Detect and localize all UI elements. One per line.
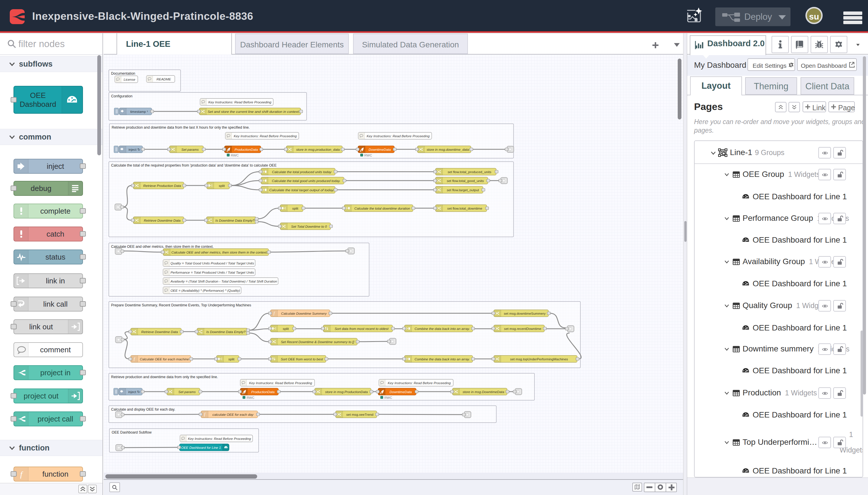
svg-text:Key Instructions: Read Before: Key Instructions: Read Before Proceeding	[367, 134, 430, 138]
svg-text:Calculate the total downtime d: Calculate the total downtime duration	[354, 206, 410, 210]
svg-text:Calculate the total produced u: Calculate the total produced units today	[272, 170, 331, 174]
svg-text:store in msg.ProductionData: store in msg.ProductionData	[325, 390, 368, 394]
svg-text:timestamp ¹: timestamp ¹	[130, 110, 148, 114]
svg-text:set flow.total_good_units: set flow.total_good_units	[447, 179, 484, 183]
svg-text:RWC: RWC	[384, 396, 392, 399]
svg-text:Combine the data back into an: Combine the data back into an array.	[415, 327, 470, 331]
svg-text:Performance = Total Produced U: Performance = Total Produced Units / Tot…	[171, 271, 254, 274]
svg-text:split: split	[283, 327, 289, 331]
svg-text:Calculate and display OEE for: Calculate and display OEE for each day.	[111, 407, 175, 411]
svg-text:split: split	[292, 206, 298, 210]
svg-text:Key Instructions: Read Before: Key Instructions: Read Before Proceeding	[388, 381, 451, 385]
svg-text:Configuration: Configuration	[111, 94, 132, 98]
svg-text:Set Total Downtime to 0: Set Total Downtime to 0	[291, 224, 327, 228]
svg-text:Retrieve Downtime Data: Retrieve Downtime Data	[141, 330, 178, 334]
svg-text:Calculate OEE and other metric: Calculate OEE and other metrics, then st…	[171, 250, 267, 254]
svg-text:Set params: Set params	[181, 148, 198, 152]
svg-text:Calculate the total target out: Calculate the total target output of tod…	[269, 188, 334, 192]
svg-text:store in msg.DowntimeData: store in msg.DowntimeData	[463, 390, 504, 394]
svg-text:Key Instructions: Read Before: Key Instructions: Read Before Proceeding	[208, 100, 272, 104]
svg-text:set msg.recentDowntime: set msg.recentDowntime	[504, 327, 541, 331]
svg-text:OEE Dashboard Subflow: OEE Dashboard Subflow	[112, 430, 152, 434]
svg-text:Set params: Set params	[178, 390, 195, 394]
svg-text:Calculate OEE for each machine: Calculate OEE for each machine	[140, 357, 189, 361]
svg-text:Set and store the current line: Set and store the current line and shift…	[208, 110, 300, 114]
svg-text:Retrieve Production Data: Retrieve Production Data	[143, 184, 181, 188]
svg-text:Sort OEE from worst to best: Sort OEE from worst to best	[281, 357, 323, 361]
svg-text:set msg.oeeTrend: set msg.oeeTrend	[346, 413, 374, 416]
svg-text:License: License	[124, 78, 136, 82]
svg-text:Calculate OEE and other metric: Calculate OEE and other metrics, then st…	[111, 245, 213, 249]
svg-text:Sort data from most recent to: Sort data from most recent to oldest	[335, 327, 389, 331]
svg-text:Combine the data back into an: Combine the data back into an array.	[415, 357, 470, 361]
svg-text:calculate OEE for each day: calculate OEE for each day	[212, 413, 254, 416]
svg-text:Documentation: Documentation	[111, 71, 135, 75]
svg-text:split: split	[228, 357, 235, 361]
svg-text:Is Downtime Data Empty?: Is Downtime Data Empty?	[206, 330, 246, 334]
svg-text:Calculate the total good units: Calculate the total good units produced …	[272, 179, 341, 183]
svg-text:Set Recent Downtime & Downtime: Set Recent Downtime & Downtime summery t…	[281, 340, 354, 344]
svg-text:ProductionData: ProductionData	[235, 148, 258, 152]
svg-text:README: README	[156, 77, 171, 81]
svg-text:set flow.target_output: set flow.target_output	[447, 188, 479, 192]
svg-text:Quality = Total Good Units Pro: Quality = Total Good Units Produced / To…	[171, 261, 254, 265]
svg-text:set msg.topUnderPerformingMach: set msg.topUnderPerformingMachines	[510, 357, 568, 361]
svg-text:Retrieve production and downti: Retrieve production and downtime data fr…	[112, 125, 250, 130]
svg-text:inject ↻: inject ↻	[128, 148, 140, 152]
svg-text:Key Instructions: Read Before: Key Instructions: Read Before Proceeding	[249, 381, 312, 385]
svg-text:OEE = (Availability) * (Perfor: OEE = (Availability) * (Performance) * (…	[171, 289, 240, 293]
svg-text:Retrieve Downtime Data: Retrieve Downtime Data	[144, 219, 180, 223]
svg-text:Prepare Downtime Summary, Rece: Prepare Downtime Summary, Recent Downtim…	[111, 303, 251, 307]
svg-text:store in msg.downtime_data: store in msg.downtime_data	[427, 148, 469, 152]
svg-text:store in msg.production_data: store in msg.production_data	[296, 148, 340, 152]
svg-text:DowntimeData: DowntimeData	[389, 390, 412, 394]
svg-text:DowntimeData: DowntimeData	[368, 148, 391, 152]
svg-text:Calculate the total of the req: Calculate the total of the required prop…	[111, 164, 277, 167]
svg-text:f: f	[20, 470, 23, 479]
svg-text:set msg.downtimeSummery: set msg.downtimeSummery	[504, 311, 546, 315]
svg-text:set flow.total_downtime: set flow.total_downtime	[447, 206, 482, 210]
svg-text:RWC: RWC	[364, 154, 372, 157]
svg-text:Calculate Downtime Summery: Calculate Downtime Summery	[281, 311, 327, 315]
svg-text:inject ↻: inject ↻	[128, 390, 140, 394]
svg-text:RWC: RWC	[246, 396, 254, 399]
svg-text:Key Instructions: Read Before: Key Instructions: Read Before Proceeding	[233, 134, 297, 138]
svg-text:Availavity = (Total Shift Dura: Availavity = (Total Shift Duration - Tot…	[170, 279, 277, 284]
svg-text:Key Instructions: Read Before: Key Instructions: Read Before Proceeding	[188, 437, 251, 441]
svg-text:set flow.total_produced_units: set flow.total_produced_units	[448, 170, 491, 174]
svg-text:RWC: RWC	[231, 154, 239, 157]
svg-text:Is Downtime Data Empty?: Is Downtime Data Empty?	[215, 219, 255, 223]
svg-text:OEE Dashboard for Line 1: OEE Dashboard for Line 1	[181, 446, 221, 450]
svg-text:ProductionData: ProductionData	[251, 390, 275, 394]
svg-text:split: split	[219, 184, 225, 188]
svg-text:Retrieve production and downti: Retrieve production and downtime data fr…	[111, 375, 218, 379]
